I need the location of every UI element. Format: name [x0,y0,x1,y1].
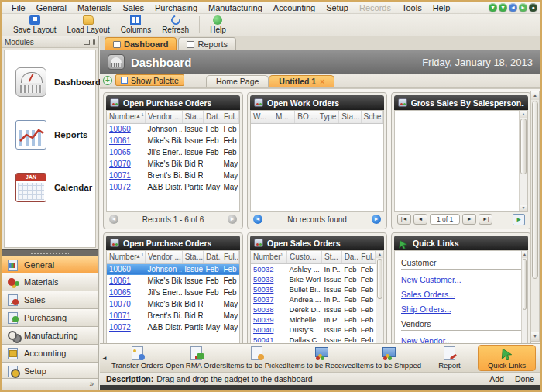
order-number-link[interactable]: 50039 [253,315,273,324]
gadget-header[interactable]: Open Sales Orders [250,236,384,250]
module-item-calendar[interactable]: Calendar [5,167,95,208]
scroll-up-icon[interactable]: ▲ [376,251,383,258]
palette-scroll-left-icon[interactable]: ◄ [101,355,108,362]
show-palette-button[interactable]: Show Palette [115,74,184,86]
order-number-link[interactable]: 10061 [109,136,131,145]
column-header-vendor[interactable]: Vendor ... [145,251,182,263]
tab-reports[interactable]: Reports [178,37,236,50]
order-number-link[interactable]: 10072 [109,183,131,191]
page-tab-untitled-1[interactable]: Untitled 1× [269,75,334,87]
undo-icon[interactable]: ◄ [509,3,517,12]
report-scrollbar[interactable]: ▲ ▼ [519,111,527,211]
menu-item-materials[interactable]: Materials [72,2,118,13]
quick-links-scrollbar[interactable]: ▲ ▼ [521,251,527,343]
gadget-header[interactable]: Open Purchase Orders [106,95,240,110]
menu-item-setup[interactable]: Setup [321,2,354,13]
palette-item-quick-links[interactable]: Quick Links [478,345,536,371]
table-row[interactable]: 50038Derek D...IssuedFeb ...Feb ... [251,304,376,315]
menu-item-tools[interactable]: Tools [396,2,427,13]
order-number-link[interactable]: 10061 [109,277,131,285]
accordion-overflow-icon[interactable]: » [89,380,94,388]
last-page-button[interactable]: ►| [479,214,492,225]
order-number-link[interactable]: 10070 [109,300,131,308]
gadget-header[interactable]: Quick Links [394,236,528,250]
order-number-link[interactable]: 10065 [109,148,131,156]
column-header-st[interactable]: St... [321,251,341,263]
float-panel-icon[interactable] [84,40,90,45]
column-header-da[interactable]: Da... [341,251,358,263]
done-action[interactable]: Done [515,374,534,383]
pointer-icon[interactable]: ► [519,3,527,12]
save-layout-button[interactable]: Save Layout [8,14,62,36]
power-icon[interactable]: ● [529,3,537,12]
page-next-icon[interactable]: ► [372,215,381,224]
order-number-link[interactable]: 50033 [253,275,273,284]
table-row[interactable]: 10070Mike's BikesBid R...May ... [107,298,239,310]
quick-link-new-customer[interactable]: New Customer... [401,275,521,284]
palette-item-items-to-be-picked[interactable]: Items to be Picked [226,345,286,371]
order-number-link[interactable]: 50035 [253,285,273,294]
table-row[interactable]: 50032Ashley ...In P...Feb ...Feb ... [251,263,376,274]
first-page-button[interactable]: |◄ [397,214,411,225]
palette-item-items-to-be-shipped[interactable]: Items to be Shipped [355,345,421,371]
table-row[interactable]: 10072A&B Distr...PartialMay ...May ... [107,322,239,333]
quick-link-new-vendor[interactable]: New Vendor... [401,336,521,343]
tab-dashboard[interactable]: Dashboard [105,37,177,50]
page-prev-icon[interactable]: ◄ [253,215,262,224]
table-row[interactable]: 10065Jil's Ener...IssuedFeb ...Feb ... [107,287,239,298]
order-number-link[interactable]: 10060 [109,125,131,133]
column-header-ful[interactable]: Ful... [358,251,376,263]
accordion-item-purchasing[interactable]: Purchasing [2,309,98,327]
next-page-button[interactable]: ► [462,214,476,225]
menu-item-sales[interactable]: Sales [118,2,150,13]
order-number-link[interactable]: 10072 [109,323,131,332]
column-header-sta[interactable]: Sta... [182,251,203,263]
help-button[interactable]: Help [204,14,232,36]
column-header-ful[interactable]: Ful... [221,251,238,263]
table-row[interactable]: 10061Mike's BikesIssuedFeb ...Feb ... [107,135,239,146]
module-item-dashboard[interactable]: Dashboard [5,61,95,103]
order-number-link[interactable]: 50041 [253,335,273,344]
scroll-up-icon[interactable]: ▲ [520,111,527,118]
table-row[interactable]: 10061Mike's BikesIssuedFeb ...Feb ... [107,275,239,287]
gadget-header[interactable]: Open Purchase Orders [106,236,240,250]
table-row[interactable]: 50037Andrea ...In P...Feb ...Feb ... [251,294,376,304]
order-number-link[interactable]: 10070 [109,160,131,168]
column-header-m[interactable]: M... [273,111,294,123]
order-number-link[interactable]: 50038 [253,305,273,314]
column-header-sche[interactable]: Sche... [361,111,382,123]
export-report-button[interactable]: ▸ [513,214,525,225]
table-row[interactable]: 50041Dallas C...IssuedFeb ...Feb ... [251,335,376,344]
page-prev-icon[interactable]: ◄ [109,215,118,224]
order-number-link[interactable]: 10071 [109,171,131,180]
accordion-item-accounting[interactable]: Accounting [2,345,98,363]
pin-panel-icon[interactable] [93,39,95,45]
quick-link-ship-orders[interactable]: Ship Orders... [401,304,521,314]
scroll-down-icon[interactable]: ▼ [531,332,539,341]
nav-down2-icon[interactable]: ▼ [499,3,507,12]
table-row[interactable]: 10071Brent's Bi...Bid R...May ... [107,170,239,181]
table-row[interactable]: 10060Johnson ...IssuedFeb ...Feb ... [107,263,239,275]
module-item-reports[interactable]: Reports [5,114,95,156]
order-number-link[interactable]: 10060 [109,265,131,273]
table-row[interactable]: 50033Bike WorldIssuedFeb ...Feb ... [251,274,376,284]
table-row[interactable]: 10071Brent's Bi...Bid R...May ... [107,310,239,322]
column-header-sta[interactable]: Sta... [339,111,361,123]
page-tab-home-page[interactable]: Home Page [206,75,269,87]
accordion-item-materials[interactable]: Materials [2,273,98,291]
column-header-number[interactable]: Number▴ ¹ [107,111,145,123]
accordion-item-manufacturing[interactable]: Manufacturing [2,327,98,345]
nav-down-icon[interactable]: ▼ [489,3,497,12]
menu-item-file[interactable]: File [6,2,31,13]
columns-button[interactable]: Columns [115,14,156,36]
table-row[interactable]: 50039Michelle ...In P...Feb ...Feb ... [251,315,376,325]
menu-item-records[interactable]: Records [354,2,396,13]
column-header-ful[interactable]: Ful... [221,111,238,123]
add-action[interactable]: Add [489,374,504,383]
column-header-type[interactable]: Type [317,111,338,123]
accordion-item-sales[interactable]: Sales [2,291,98,309]
gadget-header[interactable]: Open Work Orders [250,95,384,110]
refresh-button[interactable]: Refresh [156,14,194,36]
canvas-scrollbar[interactable]: ▲ ▼ [530,91,540,342]
table-row[interactable]: 10070Mike's BikesBid R...May ... [107,158,239,170]
